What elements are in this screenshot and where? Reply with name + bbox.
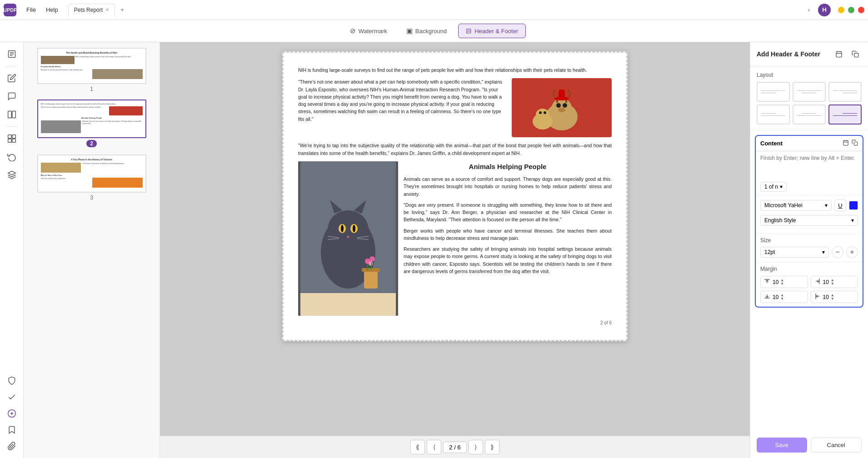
thumb-page-1[interactable]: The Health and Mood-Boosting Benefits of… [37,48,146,84]
style-select[interactable]: English Style ▾ [760,215,858,226]
sidebar-icon-fill[interactable] [4,167,20,183]
content-copy-icon[interactable] [852,139,858,147]
nav-back-btn[interactable]: ‹ [803,5,814,15]
sidebar-icon-organize[interactable] [4,130,20,147]
content-calendar-icon[interactable] [843,139,849,147]
svg-point-25 [544,111,546,114]
content-textarea[interactable] [756,151,863,179]
size-value: 12pt [764,249,775,255]
sidebar-icon-edit[interactable] [4,70,20,86]
svg-point-23 [536,109,549,120]
svg-rect-57 [854,142,858,145]
close-btn[interactable] [858,7,864,13]
watermark-tab[interactable]: ⊘ Watermark [342,24,395,38]
sidebar-bottom [4,373,20,454]
color-swatch[interactable] [849,201,858,210]
file-menu[interactable]: File [22,5,40,15]
size-select[interactable]: 12pt ▾ [760,247,829,258]
margin-top-value: 10 [773,279,778,285]
svg-rect-9 [12,139,15,143]
margin-left-field: 10 ▲ ▼ [811,291,858,303]
window-controls [838,7,864,13]
tab-area: Pets Report ✕ + [68,4,128,16]
thumb-page-3[interactable]: A Key Phase in the History of Tourism Th… [37,154,146,193]
margin-bottom-field: 10 ▲ ▼ [760,291,808,303]
layout-grid [757,82,862,124]
tab-close-btn[interactable]: ✕ [105,7,109,12]
intro-text: NIH is funding large-scale surveys to fi… [298,66,612,74]
first-page-btn[interactable]: ⟪ [410,440,425,454]
animals-text-2: "Dogs are very present. If someone is st… [404,201,612,224]
sidebar-icon-document[interactable] [4,46,20,62]
background-label: Background [415,28,447,35]
minimize-btn[interactable] [838,7,844,13]
pets-report-tab[interactable]: Pets Report ✕ [68,4,115,16]
animals-right-text: Animals Helping People Animals can serve… [404,161,612,316]
bottom-nav: ⟪ ⟨ 2 / 6 ⟩ ⟫ [160,436,750,458]
sidebar-icon-convert[interactable] [4,149,20,165]
underline-btn[interactable]: U [834,199,846,211]
style-dropdown-icon: ▾ [851,217,854,224]
sidebar-icon-attach[interactable] [4,438,20,454]
layout-option-2[interactable] [793,82,826,102]
svg-point-43 [369,256,375,262]
margin-bottom-arrows[interactable]: ▲ ▼ [780,294,784,301]
layout-option-3[interactable] [828,82,862,102]
calendar-icon[interactable] [833,48,845,60]
margin-left-down[interactable]: ▼ [831,297,834,301]
margin-top-down[interactable]: ▼ [780,282,784,286]
toolbar-strip: ⊘ Watermark ▣ Background ⊟ Header & Foot… [0,20,868,42]
svg-point-33 [341,225,344,232]
page-numbering-select[interactable]: 1 of n ▾ [760,182,787,192]
sidebar-icon-effects[interactable] [4,405,20,422]
layout-option-4[interactable] [757,105,790,124]
copy-icon[interactable] [849,48,862,60]
margin-right-value: 10 [823,279,829,285]
tab-label: Pets Report [74,7,103,13]
next-page-btn[interactable]: ⟩ [469,440,483,454]
thumbnail-2[interactable]: NIH is funding large-scale surveys to fi… [27,100,156,148]
thumbnail-3[interactable]: A Key Phase in the History of Tourism Th… [27,154,156,201]
prev-page-btn[interactable]: ⟨ [427,440,441,454]
menu-bar: File Help [22,5,63,15]
layout-option-5[interactable] [793,105,826,124]
sidebar-icon-protect[interactable] [4,373,20,389]
margin-bottom-down[interactable]: ▼ [780,297,784,301]
margin-grid: 10 ▲ ▼ 10 ▲ ▼ [760,276,858,303]
decrease-size-btn[interactable]: − [832,246,843,258]
page-indicator[interactable]: 2 / 6 [443,442,466,453]
svg-rect-53 [843,140,848,145]
margin-left-arrows[interactable]: ▲ ▼ [831,294,834,301]
svg-point-16 [558,108,565,112]
increase-size-btn[interactable]: + [846,246,858,258]
margin-top-arrows[interactable]: ▲ ▼ [780,279,784,286]
header-footer-tab[interactable]: ⊟ Header & Footer [458,24,526,38]
window-nav: ‹ [803,5,814,15]
background-tab[interactable]: ▣ Background [399,24,454,38]
last-page-btn[interactable]: ⟫ [485,440,499,454]
layout-label: Layout [757,72,862,78]
font-select[interactable]: Microsoft YaHei ▾ [760,200,832,211]
sidebar-icon-comment[interactable] [4,88,20,105]
thumb-page-2[interactable]: NIH is funding large-scale surveys to fi… [37,100,146,139]
layout-section: Layout [750,66,868,130]
quote2-text: "We're trying to tap into the subjective… [298,142,612,157]
cancel-button[interactable]: Cancel [811,438,862,453]
header-footer-label: Header & Footer [474,28,518,35]
sidebar-icon-pages[interactable] [4,106,20,123]
layout-option-6[interactable] [828,105,862,124]
margin-right-down[interactable]: ▼ [831,282,834,286]
animals-text-4: Researchers are studying the safety of b… [404,245,612,275]
user-avatar[interactable]: H [818,4,831,16]
help-menu[interactable]: Help [41,5,63,15]
margin-right-arrows[interactable]: ▲ ▼ [831,279,834,286]
sidebar-icon-bookmark[interactable] [4,422,20,438]
layout-option-1[interactable] [757,82,790,102]
save-button[interactable]: Save [757,438,807,453]
thumb-num-3: 3 [90,194,93,201]
new-tab-btn[interactable]: + [117,5,128,15]
sidebar-icon-stamp[interactable] [4,389,20,405]
thumbnail-1[interactable]: The Health and Mood-Boosting Benefits of… [27,48,156,92]
svg-point-28 [328,210,369,249]
maximize-btn[interactable] [848,7,854,13]
